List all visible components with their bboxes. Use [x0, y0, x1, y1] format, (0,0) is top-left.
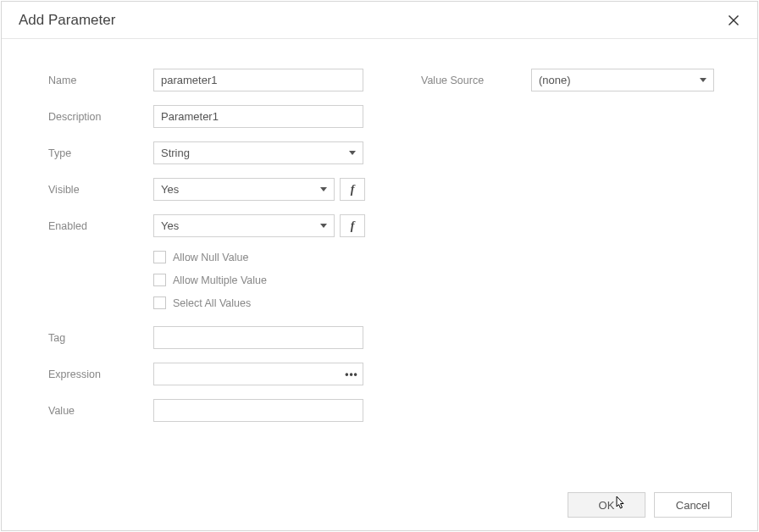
left-column: Name Description Type String: [48, 69, 370, 435]
close-button[interactable]: [722, 8, 745, 32]
enabled-select[interactable]: Yes: [153, 214, 335, 237]
tag-label: Tag: [48, 332, 153, 344]
value-source-label: Value Source: [421, 75, 531, 86]
add-parameter-dialog: Add Parameter Name Description: [1, 1, 758, 531]
description-label: Description: [48, 111, 153, 123]
close-icon: [728, 14, 740, 26]
value-source-value: (none): [539, 74, 571, 86]
select-all-row: Select All Values: [153, 296, 370, 309]
name-label: Name: [48, 75, 153, 86]
allow-multiple-label: Allow Multiple Value: [173, 274, 267, 286]
cancel-button[interactable]: Cancel: [654, 492, 732, 518]
cancel-button-label: Cancel: [676, 499, 710, 512]
value-input[interactable]: [153, 399, 363, 422]
dialog-footer: OK Cancel: [2, 479, 757, 530]
caret-down-icon: [320, 224, 327, 228]
name-input[interactable]: [153, 69, 363, 91]
allow-null-row: Allow Null Value: [153, 251, 370, 263]
tag-input[interactable]: [153, 326, 363, 349]
allow-null-checkbox[interactable]: [153, 251, 166, 263]
fx-icon: f: [351, 219, 355, 233]
dialog-content: Name Description Type String: [2, 39, 757, 479]
dialog-title: Add Parameter: [19, 12, 722, 29]
caret-down-icon: [700, 78, 706, 82]
value-label: Value: [48, 405, 153, 417]
allow-multiple-row: Allow Multiple Value: [153, 274, 370, 286]
caret-down-icon: [349, 151, 356, 155]
right-column: Value Source (none): [421, 69, 732, 435]
caret-down-icon: [320, 187, 327, 191]
enabled-expression-button[interactable]: f: [340, 214, 365, 237]
expression-label: Expression: [48, 369, 153, 380]
visible-select[interactable]: Yes: [153, 178, 335, 201]
visible-label: Visible: [48, 184, 153, 196]
select-all-checkbox[interactable]: [153, 296, 166, 309]
select-all-label: Select All Values: [173, 297, 251, 309]
expression-input[interactable]: •••: [153, 363, 363, 385]
type-select[interactable]: String: [153, 141, 363, 164]
value-source-select[interactable]: (none): [531, 69, 714, 91]
enabled-select-value: Yes: [161, 219, 179, 232]
enabled-label: Enabled: [48, 220, 153, 232]
visible-expression-button[interactable]: f: [340, 178, 365, 201]
type-select-value: String: [161, 147, 190, 159]
allow-null-label: Allow Null Value: [173, 252, 248, 263]
dialog-header: Add Parameter: [2, 2, 757, 39]
allow-multiple-checkbox[interactable]: [153, 274, 166, 286]
fx-icon: f: [351, 183, 355, 197]
type-label: Type: [48, 147, 153, 159]
description-input[interactable]: [153, 105, 363, 128]
visible-select-value: Yes: [161, 183, 179, 196]
ok-button-label: OK: [599, 499, 615, 512]
ok-button[interactable]: OK: [568, 492, 645, 518]
ellipsis-icon: •••: [341, 369, 363, 380]
